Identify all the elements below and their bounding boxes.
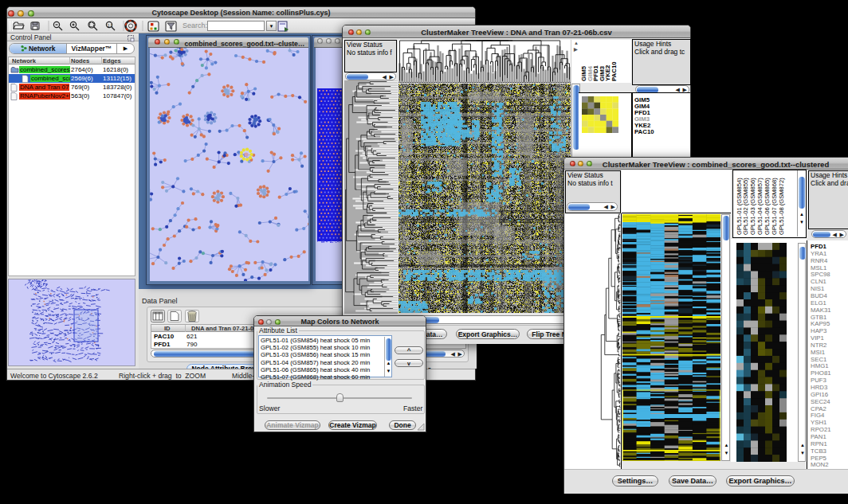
svg-text:GPL51-08 (GSM872): GPL51-08 (GSM872) (778, 178, 785, 235)
svg-text:GPL51-01 (GSM854): GPL51-01 (GSM854) (736, 178, 743, 235)
svg-text:1:1: 1:1 (108, 23, 113, 28)
svg-text:Search:: Search: (183, 21, 207, 29)
svg-text:GPL51-06 (GSM865): GPL51-06 (GSM865) (764, 178, 771, 235)
svg-text:GPL51-03 (GSM856): GPL51-03 (GSM856) (749, 178, 756, 235)
svg-text:GPL51-02 (GSM855): GPL51-02 (GSM855) (742, 178, 749, 235)
svg-text:PAC10: PAC10 (610, 61, 618, 81)
svg-text:GPL51-07 (GSM868): GPL51-07 (GSM868) (771, 178, 778, 235)
svg-text:GPL51-04 (GSM857): GPL51-04 (GSM857) (756, 178, 764, 235)
